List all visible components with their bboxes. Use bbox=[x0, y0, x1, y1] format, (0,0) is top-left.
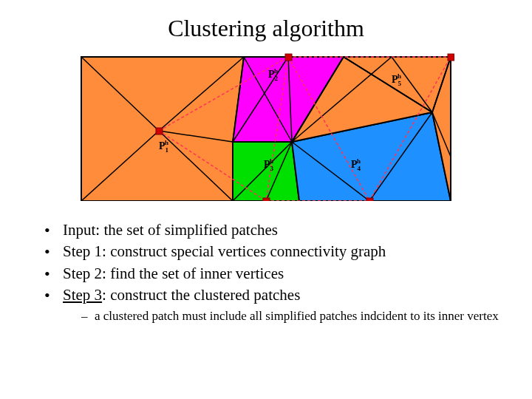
page-title: Clustering algorithm bbox=[30, 15, 502, 42]
bullet-input: Input: the set of simplified patches bbox=[44, 219, 502, 241]
vertex-marker bbox=[263, 198, 270, 201]
content-block: Input: the set of simplified patches Ste… bbox=[30, 219, 502, 325]
sub-bullet-list: a clustered patch must include all simpl… bbox=[44, 308, 502, 325]
step3-underline: Step 3 bbox=[63, 286, 102, 304]
bullet-step2: Step 2: find the set of inner vertices bbox=[44, 263, 502, 284]
vertex-marker bbox=[366, 198, 373, 201]
step3-rest: : construct the clustered patches bbox=[102, 286, 300, 304]
vertex-marker bbox=[448, 54, 454, 61]
patch-p3 bbox=[233, 142, 299, 201]
bullet-step3: Step 3: construct the clustered patches bbox=[44, 284, 502, 306]
patches-diagram: P1h P2h P3h P4h P5h bbox=[78, 53, 454, 201]
bullet-list: Input: the set of simplified patches Ste… bbox=[44, 219, 502, 307]
bullet-step1: Step 1: construct special vertices conne… bbox=[44, 241, 502, 262]
sub-bullet: a clustered patch must include all simpl… bbox=[81, 308, 502, 325]
vertex-marker bbox=[285, 54, 292, 61]
vertex-marker bbox=[156, 128, 163, 134]
